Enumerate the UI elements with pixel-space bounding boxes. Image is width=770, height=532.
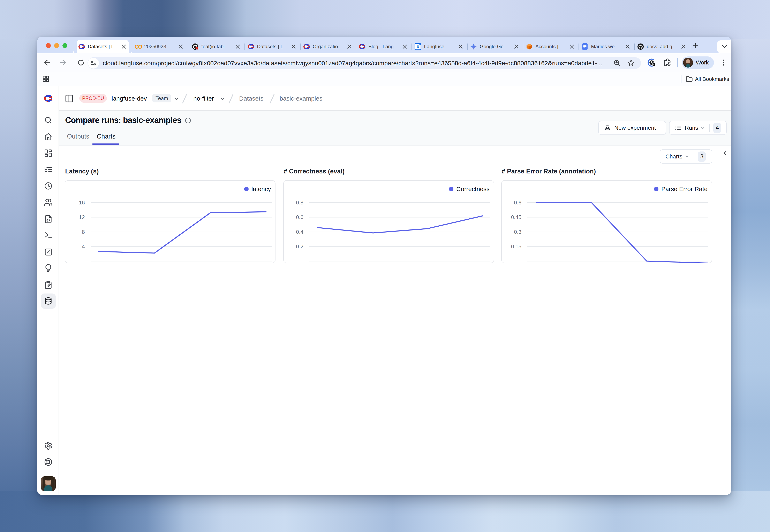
svg-text:0.45: 0.45 [511,214,521,220]
svg-text:0.15: 0.15 [511,243,521,250]
svg-text:16: 16 [79,199,85,206]
svg-text:8: 8 [82,229,85,235]
svg-text:0.2: 0.2 [296,243,304,250]
svg-text:6: 6 [417,45,419,49]
svg-text:0.4: 0.4 [296,229,304,235]
svg-text:0.6: 0.6 [296,214,304,220]
svg-text:4: 4 [82,243,85,250]
svg-text:0.8: 0.8 [296,199,304,206]
svg-text:12: 12 [79,214,85,220]
svg-text:CO: CO [135,44,142,50]
svg-text:0.3: 0.3 [514,229,521,235]
svg-text:0.6: 0.6 [514,199,521,206]
